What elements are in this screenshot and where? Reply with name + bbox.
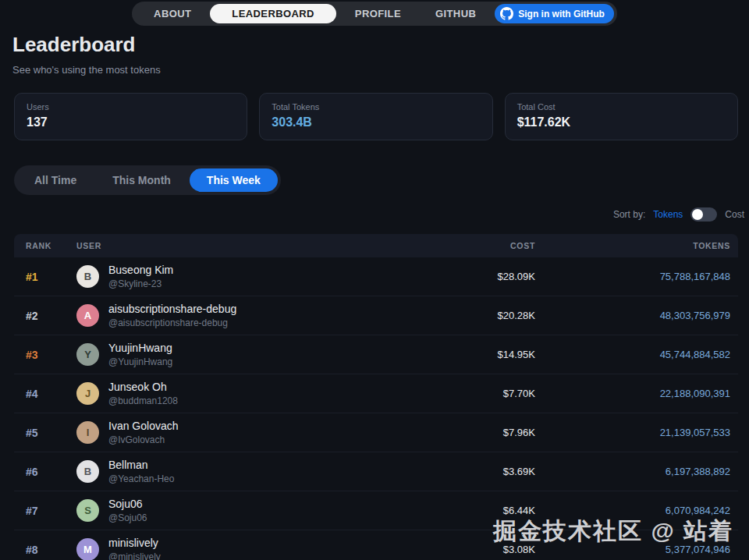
stat-value: 303.4B (272, 115, 480, 129)
avatar: B (76, 265, 99, 288)
table-row[interactable]: #8 M minislively @minislively $3.08K 5,3… (14, 530, 738, 560)
stat-label: Total Tokens (272, 102, 480, 112)
user-handle: @Skyline-23 (108, 278, 173, 289)
github-icon (500, 7, 513, 20)
avatar: I (76, 421, 99, 444)
user-cell: A aisubscriptionshare-debug @aisubscript… (76, 303, 395, 328)
cost-cell: $20.28K (395, 310, 535, 321)
rank-cell: #7 (14, 505, 76, 517)
table-row[interactable]: #1 B Buseong Kim @Skyline-23 $28.09K 75,… (14, 257, 738, 296)
nav-bar: ABOUT LEADERBOARD PROFILE GITHUB Sign in… (132, 2, 617, 26)
nav-item-github[interactable]: GITHUB (420, 4, 492, 23)
stat-value: 137 (27, 115, 235, 129)
tokens-cell: 22,188,090,391 (535, 388, 738, 399)
user-handle: @IvGolovach (108, 434, 179, 445)
tokens-cell: 45,744,884,582 (535, 349, 738, 360)
sort-by-label: Sort by: (613, 209, 645, 220)
stat-label: Users (27, 102, 235, 112)
user-cell: B Buseong Kim @Skyline-23 (76, 264, 395, 289)
nav-item-about[interactable]: ABOUT (138, 4, 207, 23)
user-cell: Y YuujinHwang @YuujinHwang (76, 342, 395, 367)
user-cell: J Junseok Oh @buddman1208 (76, 381, 395, 406)
sort-toggle[interactable] (690, 207, 717, 222)
time-filter-tabs: All Time This Month This Week (14, 165, 281, 195)
user-handle: @buddman1208 (108, 395, 178, 406)
cost-cell: $3.69K (395, 466, 535, 477)
tokens-cell: 5,377,074,946 (535, 544, 738, 555)
page-subtitle: See who's using the most tokens (12, 64, 749, 76)
sort-option-cost[interactable]: Cost (725, 209, 744, 220)
stat-card-total-cost: Total Cost $117.62K (505, 93, 738, 140)
cost-cell: $3.08K (395, 544, 535, 555)
sort-row: Sort by: Tokens Cost (0, 207, 744, 222)
cost-cell: $6.44K (395, 505, 535, 516)
nav-item-profile[interactable]: PROFILE (339, 4, 417, 23)
github-sign-in-button[interactable]: Sign in with GitHub (495, 4, 614, 23)
user-name: Ivan Golovach (108, 420, 179, 432)
rank-cell: #2 (14, 310, 76, 322)
column-header-rank: RANK (14, 241, 76, 250)
sign-in-label: Sign in with GitHub (518, 9, 605, 19)
table-row[interactable]: #3 Y YuujinHwang @YuujinHwang $14.95K 45… (14, 335, 738, 374)
toggle-knob (692, 209, 703, 220)
stat-card-users: Users 137 (14, 93, 247, 140)
avatar: J (76, 382, 99, 405)
cost-cell: $14.95K (395, 349, 535, 360)
user-handle: @minislively (108, 551, 161, 560)
rank-cell: #4 (14, 388, 76, 400)
tab-this-month[interactable]: This Month (95, 168, 188, 192)
stat-label: Total Cost (517, 102, 726, 112)
column-header-tokens: TOKENS (535, 241, 738, 250)
sort-option-tokens[interactable]: Tokens (653, 209, 683, 220)
page-title: Leaderboard (12, 34, 749, 55)
rank-cell: #3 (14, 349, 76, 361)
rank-cell: #5 (14, 427, 76, 439)
user-handle: @Yeachan-Heo (108, 473, 174, 484)
cost-cell: $28.09K (395, 271, 535, 282)
user-name: Buseong Kim (108, 264, 173, 276)
table-row[interactable]: #2 A aisubscriptionshare-debug @aisubscr… (14, 296, 738, 335)
tokens-cell: 48,303,756,979 (535, 310, 738, 321)
user-handle: @YuujinHwang (108, 356, 172, 367)
user-name: Soju06 (108, 498, 147, 510)
avatar: M (76, 538, 99, 560)
stat-value: $117.62K (517, 115, 726, 129)
tokens-cell: 6,197,388,892 (535, 466, 738, 477)
tokens-cell: 21,139,057,533 (535, 427, 738, 438)
user-name: aisubscriptionshare-debug (108, 303, 236, 315)
top-nav: ABOUT LEADERBOARD PROFILE GITHUB Sign in… (0, 0, 749, 26)
user-handle: @Soju06 (108, 512, 147, 523)
rank-cell: #8 (14, 544, 76, 556)
tokens-cell: 6,070,984,242 (535, 505, 738, 516)
user-name: YuujinHwang (108, 342, 172, 354)
user-name: Bellman (108, 459, 174, 471)
column-header-user: USER (76, 241, 395, 250)
rank-cell: #6 (14, 466, 76, 478)
user-handle: @aisubscriptionshare-debug (108, 317, 236, 328)
avatar: Y (76, 343, 99, 366)
table-row[interactable]: #5 I Ivan Golovach @IvGolovach $7.96K 21… (14, 413, 738, 452)
user-cell: I Ivan Golovach @IvGolovach (76, 420, 395, 445)
table-row[interactable]: #7 S Soju06 @Soju06 $6.44K 6,070,984,242 (14, 491, 738, 530)
user-cell: B Bellman @Yeachan-Heo (76, 459, 395, 484)
user-cell: M minislively @minislively (76, 537, 395, 560)
user-name: Junseok Oh (108, 381, 178, 393)
stats-row: Users 137 Total Tokens 303.4B Total Cost… (14, 93, 738, 140)
nav-item-leaderboard[interactable]: LEADERBOARD (210, 4, 336, 23)
user-name: minislively (108, 537, 161, 549)
leaderboard-table: RANK USER COST TOKENS #1 B Buseong Kim @… (14, 234, 738, 560)
table-row[interactable]: #4 J Junseok Oh @buddman1208 $7.70K 22,1… (14, 374, 738, 413)
avatar: S (76, 499, 99, 522)
tokens-cell: 75,788,167,848 (535, 271, 738, 282)
tab-this-week[interactable]: This Week (190, 168, 278, 192)
table-header: RANK USER COST TOKENS (14, 234, 738, 257)
avatar: B (76, 460, 99, 483)
user-cell: S Soju06 @Soju06 (76, 498, 395, 523)
rank-cell: #1 (14, 271, 76, 283)
cost-cell: $7.70K (395, 388, 535, 399)
tab-all-time[interactable]: All Time (17, 168, 94, 192)
table-row[interactable]: #6 B Bellman @Yeachan-Heo $3.69K 6,197,3… (14, 452, 738, 491)
cost-cell: $7.96K (395, 427, 535, 438)
column-header-cost: COST (395, 241, 535, 250)
avatar: A (76, 304, 99, 327)
